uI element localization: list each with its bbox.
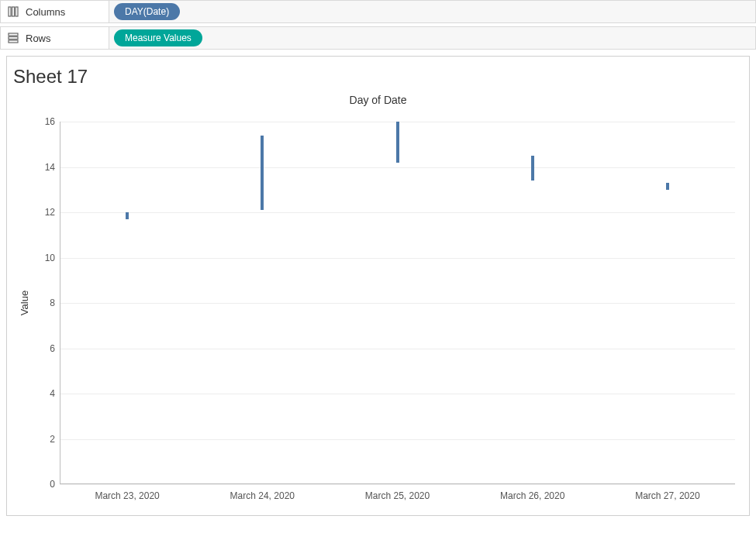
range-bar[interactable] [666, 183, 669, 190]
y-tick-label: 10 [36, 253, 55, 263]
rows-label-text: Rows [26, 33, 51, 44]
grid-line [60, 439, 735, 440]
grid-line [60, 303, 735, 304]
x-tick-label: March 25, 2020 [365, 490, 430, 501]
svg-rect-2 [16, 7, 18, 16]
x-axis-line [60, 483, 735, 484]
grid-line [60, 349, 735, 349]
svg-rect-4 [9, 37, 18, 40]
x-tick-label: March 24, 2020 [230, 490, 295, 501]
y-tick-label: 2 [36, 434, 55, 445]
grid-line [60, 394, 735, 394]
y-tick-label: 0 [36, 479, 55, 490]
columns-label-text: Columns [26, 6, 65, 18]
x-tick-label: March 27, 2020 [635, 490, 699, 501]
y-tick-label: 12 [36, 207, 55, 218]
rows-icon [7, 32, 19, 44]
chart-title: Day of Date [15, 94, 741, 106]
grid-line [60, 212, 735, 213]
columns-icon [7, 5, 19, 18]
rows-pill[interactable]: Measure Values [114, 29, 202, 46]
y-axis-label: Value [19, 291, 30, 315]
sheet-title: Sheet 17 [7, 57, 749, 91]
columns-shelf[interactable]: Columns DAY(Date) [0, 0, 756, 23]
svg-rect-3 [9, 33, 18, 36]
range-bar[interactable] [261, 136, 264, 211]
y-tick-label: 4 [36, 388, 55, 399]
columns-shelf-label: Columns [1, 1, 109, 22]
svg-rect-0 [9, 7, 11, 16]
y-tick-label: 14 [36, 162, 55, 173]
grid-line [60, 258, 735, 259]
x-tick-label: March 26, 2020 [500, 490, 564, 501]
y-tick-label: 6 [36, 343, 55, 354]
rows-shelf[interactable]: Rows Measure Values [0, 26, 756, 50]
rows-shelf-content[interactable]: Measure Values [109, 27, 755, 49]
sheet: Sheet 17 Day of Date Value 0246810121416… [6, 56, 750, 516]
y-axis-line [60, 122, 60, 484]
y-tick-label: 8 [36, 297, 55, 308]
y-tick-label: 16 [36, 116, 55, 127]
x-tick-label: March 23, 2020 [95, 490, 159, 501]
range-bar[interactable] [531, 156, 534, 181]
columns-pill[interactable]: DAY(Date) [114, 3, 180, 20]
plot: 0246810121416March 23, 2020March 24, 202… [60, 122, 735, 484]
svg-rect-1 [12, 7, 15, 16]
svg-rect-5 [9, 40, 18, 43]
chart-area: Day of Date Value 0246810121416March 23,… [7, 91, 749, 515]
rows-shelf-label: Rows [1, 27, 109, 49]
plot-wrap: 0246810121416March 23, 2020March 24, 202… [60, 122, 735, 484]
grid-line [60, 167, 735, 168]
columns-shelf-content[interactable]: DAY(Date) [109, 1, 755, 22]
shelves: Columns DAY(Date) Rows Measure Values [0, 0, 756, 50]
grid-line [60, 484, 735, 485]
range-bar[interactable] [126, 212, 129, 219]
range-bar[interactable] [396, 122, 399, 163]
